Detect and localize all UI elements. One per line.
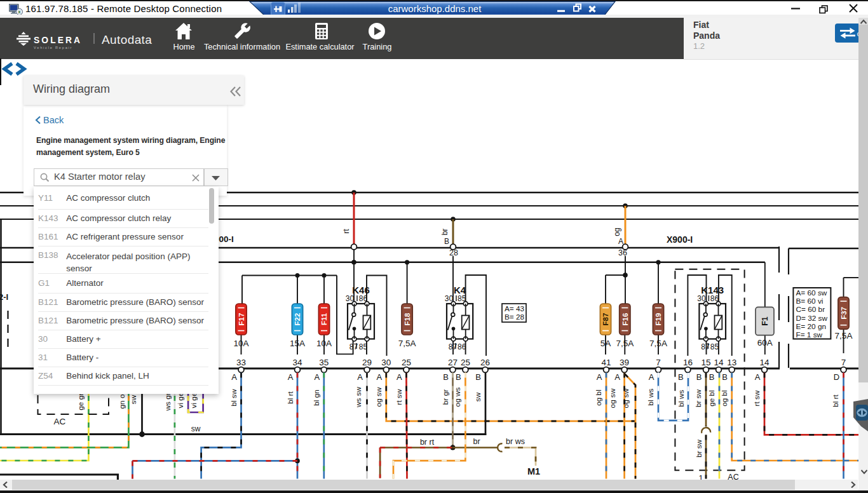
svg-text:A: A xyxy=(614,372,620,382)
svg-text:A: A xyxy=(376,372,382,382)
svg-text:86: 86 xyxy=(710,294,719,303)
svg-text:F37: F37 xyxy=(840,307,848,320)
svg-text:F16: F16 xyxy=(621,313,629,326)
svg-text:bl gn: bl gn xyxy=(312,389,321,406)
svg-text:F17: F17 xyxy=(238,313,245,326)
svg-text:B: B xyxy=(696,372,702,382)
svg-text:30: 30 xyxy=(697,294,706,303)
svg-text:28: 28 xyxy=(449,248,458,257)
svg-text:A: A xyxy=(397,372,402,382)
svg-text:C= 60 br: C= 60 br xyxy=(796,305,825,314)
svg-text:bl rt: bl rt xyxy=(286,391,295,403)
svg-text:B: B xyxy=(456,372,461,382)
svg-text:14: 14 xyxy=(714,358,724,367)
svg-text:F18: F18 xyxy=(403,313,411,325)
svg-text:sw: sw xyxy=(473,392,482,402)
svg-text:A: A xyxy=(755,372,761,382)
svg-text:SOLERA: SOLERA xyxy=(34,36,82,45)
svg-text:bl rt: bl rt xyxy=(831,394,840,407)
svg-text:A= 60 sw: A= 60 sw xyxy=(796,288,827,297)
svg-text:30: 30 xyxy=(381,358,391,367)
svg-text:86: 86 xyxy=(458,342,466,351)
svg-text:og: og xyxy=(613,227,621,236)
svg-text:15A: 15A xyxy=(290,339,305,348)
svg-text:16: 16 xyxy=(683,358,693,367)
svg-text:A: A xyxy=(231,372,237,382)
svg-text:34: 34 xyxy=(292,358,302,367)
svg-text:F11: F11 xyxy=(320,313,328,325)
svg-text:36: 36 xyxy=(618,248,627,257)
svg-text:D: D xyxy=(834,372,839,382)
svg-text:B= 28: B= 28 xyxy=(505,313,525,321)
svg-text:B: B xyxy=(722,372,728,382)
svg-text:26: 26 xyxy=(480,358,490,367)
svg-text:bl ws: bl ws xyxy=(646,388,655,405)
svg-text:sw: sw xyxy=(191,424,201,433)
svg-text:10A: 10A xyxy=(233,339,248,348)
svg-text:br sw: br sw xyxy=(695,439,703,457)
svg-text:br ws: br ws xyxy=(506,437,525,446)
svg-text:og bl: og bl xyxy=(594,389,603,406)
svg-text:15: 15 xyxy=(701,358,710,367)
svg-text:rt: rt xyxy=(342,229,351,234)
svg-text:A: A xyxy=(618,237,623,246)
svg-text:br: br xyxy=(473,437,480,446)
svg-text:41: 41 xyxy=(601,358,611,367)
svg-text:30: 30 xyxy=(346,294,355,303)
svg-text:Autodata: Autodata xyxy=(102,33,152,46)
svg-text:27: 27 xyxy=(448,358,458,367)
svg-text:ge bl: ge bl xyxy=(707,390,716,407)
svg-text:og ws: og ws xyxy=(453,387,462,407)
svg-text:85: 85 xyxy=(359,342,368,351)
svg-text:5A: 5A xyxy=(600,339,611,348)
svg-text:M1: M1 xyxy=(527,466,540,476)
svg-text:F1: F1 xyxy=(761,316,770,326)
svg-text:br rt: br rt xyxy=(420,438,435,447)
svg-text:29: 29 xyxy=(362,358,372,367)
svg-text:A= 43: A= 43 xyxy=(505,304,525,313)
svg-text:og bl: og bl xyxy=(720,390,729,407)
svg-text:25: 25 xyxy=(461,358,470,367)
svg-text:39: 39 xyxy=(620,358,629,367)
svg-text:B: B xyxy=(444,237,449,246)
svg-text:sw: sw xyxy=(129,395,138,404)
svg-text:F87: F87 xyxy=(602,313,609,326)
svg-text:B: B xyxy=(678,372,684,382)
svg-text:vi ge: vi ge xyxy=(189,392,198,408)
svg-text:E= 20 gn: E= 20 gn xyxy=(796,322,827,331)
svg-text:D= 32 sw: D= 32 sw xyxy=(796,314,828,323)
svg-text:B: B xyxy=(443,372,449,382)
svg-text:ge gn: ge gn xyxy=(76,391,85,410)
svg-text:B= 60 vi: B= 60 vi xyxy=(796,297,824,306)
svg-text:rt sw: rt sw xyxy=(752,390,761,406)
svg-text:X900-I: X900-I xyxy=(667,234,693,245)
svg-text:A: A xyxy=(597,372,602,382)
svg-text:F19: F19 xyxy=(654,313,662,326)
svg-text:gn or: gn or xyxy=(118,391,126,409)
svg-text:86: 86 xyxy=(359,294,368,303)
svg-text:bl ws: bl ws xyxy=(677,389,686,407)
svg-text:ws gn: ws gn xyxy=(163,391,172,412)
svg-text:35: 35 xyxy=(319,358,329,367)
svg-text:A: A xyxy=(649,372,654,382)
svg-text:ws sw: ws sw xyxy=(354,386,363,408)
svg-text:85: 85 xyxy=(458,294,466,303)
svg-text:2-I: 2-I xyxy=(0,292,8,302)
svg-text:A: A xyxy=(357,372,363,382)
svg-text:33: 33 xyxy=(236,358,246,367)
svg-text:AC: AC xyxy=(54,417,66,426)
svg-text:og sw: og sw xyxy=(621,388,630,408)
svg-text:30: 30 xyxy=(445,294,454,303)
svg-text:25: 25 xyxy=(402,358,411,367)
svg-text:og sw: og sw xyxy=(374,387,383,407)
svg-text:F22: F22 xyxy=(294,313,301,326)
svg-text:7,5A: 7,5A xyxy=(835,331,853,341)
svg-text:br gr: br gr xyxy=(441,389,450,405)
svg-text:vi ge: vi ge xyxy=(176,392,185,408)
svg-text:60A: 60A xyxy=(757,338,773,348)
svg-text:og sw: og sw xyxy=(608,388,617,408)
svg-text:A: A xyxy=(288,372,294,382)
svg-text:A: A xyxy=(314,372,320,382)
svg-text:14: 14 xyxy=(759,358,770,367)
svg-text:85: 85 xyxy=(710,342,719,351)
